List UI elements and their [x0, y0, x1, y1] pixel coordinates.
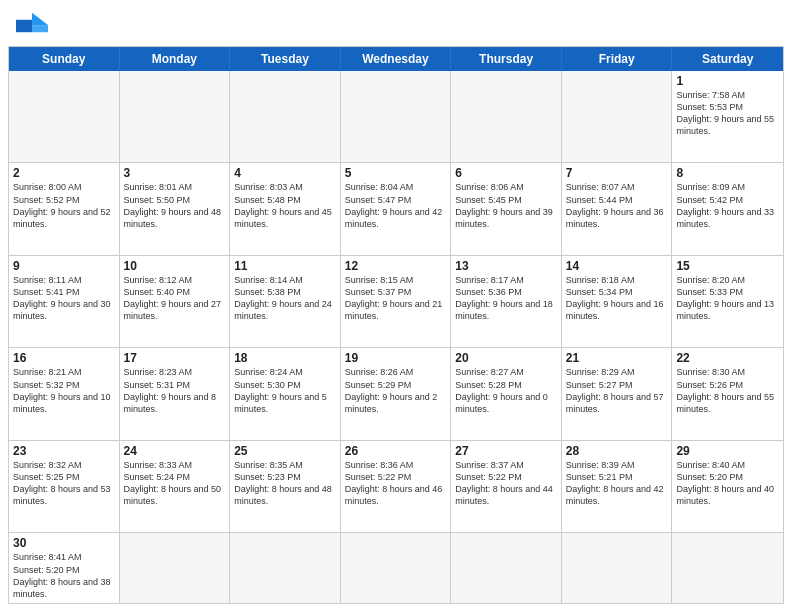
- day-info: Sunrise: 8:37 AM Sunset: 5:22 PM Dayligh…: [455, 459, 557, 508]
- calendar-week-3: 9Sunrise: 8:11 AM Sunset: 5:41 PM Daylig…: [9, 256, 783, 348]
- weekday-header-saturday: Saturday: [672, 47, 783, 71]
- calendar-cell: 14Sunrise: 8:18 AM Sunset: 5:34 PM Dayli…: [562, 256, 673, 347]
- day-number: 10: [124, 259, 226, 273]
- calendar-cell: 11Sunrise: 8:14 AM Sunset: 5:38 PM Dayli…: [230, 256, 341, 347]
- calendar-cell: 24Sunrise: 8:33 AM Sunset: 5:24 PM Dayli…: [120, 441, 231, 533]
- calendar-cell: 18Sunrise: 8:24 AM Sunset: 5:30 PM Dayli…: [230, 348, 341, 439]
- calendar-cell: [341, 71, 452, 162]
- day-info: Sunrise: 8:40 AM Sunset: 5:20 PM Dayligh…: [676, 459, 779, 508]
- calendar-cell: 22Sunrise: 8:30 AM Sunset: 5:26 PM Dayli…: [672, 348, 783, 439]
- day-number: 16: [13, 351, 115, 365]
- calendar-header: SundayMondayTuesdayWednesdayThursdayFrid…: [9, 47, 783, 71]
- day-info: Sunrise: 8:24 AM Sunset: 5:30 PM Dayligh…: [234, 366, 336, 415]
- calendar-week-2: 2Sunrise: 8:00 AM Sunset: 5:52 PM Daylig…: [9, 163, 783, 255]
- day-number: 4: [234, 166, 336, 180]
- day-number: 8: [676, 166, 779, 180]
- day-info: Sunrise: 8:35 AM Sunset: 5:23 PM Dayligh…: [234, 459, 336, 508]
- day-number: 22: [676, 351, 779, 365]
- day-number: 28: [566, 444, 668, 458]
- day-info: Sunrise: 8:15 AM Sunset: 5:37 PM Dayligh…: [345, 274, 447, 323]
- calendar-cell: 4Sunrise: 8:03 AM Sunset: 5:48 PM Daylig…: [230, 163, 341, 254]
- logo: [16, 12, 52, 40]
- calendar-week-5: 23Sunrise: 8:32 AM Sunset: 5:25 PM Dayli…: [9, 441, 783, 534]
- day-info: Sunrise: 8:01 AM Sunset: 5:50 PM Dayligh…: [124, 181, 226, 230]
- day-info: Sunrise: 8:06 AM Sunset: 5:45 PM Dayligh…: [455, 181, 557, 230]
- calendar-cell: [451, 71, 562, 162]
- svg-rect-2: [32, 25, 48, 32]
- calendar-cell: 20Sunrise: 8:27 AM Sunset: 5:28 PM Dayli…: [451, 348, 562, 439]
- calendar-cell: 7Sunrise: 8:07 AM Sunset: 5:44 PM Daylig…: [562, 163, 673, 254]
- calendar: SundayMondayTuesdayWednesdayThursdayFrid…: [8, 46, 784, 604]
- day-number: 27: [455, 444, 557, 458]
- calendar-cell: [120, 71, 231, 162]
- calendar-cell: 2Sunrise: 8:00 AM Sunset: 5:52 PM Daylig…: [9, 163, 120, 254]
- day-number: 13: [455, 259, 557, 273]
- calendar-cell: 1Sunrise: 7:58 AM Sunset: 5:53 PM Daylig…: [672, 71, 783, 162]
- day-info: Sunrise: 8:07 AM Sunset: 5:44 PM Dayligh…: [566, 181, 668, 230]
- calendar-week-4: 16Sunrise: 8:21 AM Sunset: 5:32 PM Dayli…: [9, 348, 783, 440]
- page: SundayMondayTuesdayWednesdayThursdayFrid…: [0, 0, 792, 612]
- day-number: 3: [124, 166, 226, 180]
- day-info: Sunrise: 8:26 AM Sunset: 5:29 PM Dayligh…: [345, 366, 447, 415]
- calendar-cell: [120, 533, 231, 603]
- day-number: 19: [345, 351, 447, 365]
- calendar-cell: 28Sunrise: 8:39 AM Sunset: 5:21 PM Dayli…: [562, 441, 673, 533]
- day-info: Sunrise: 8:33 AM Sunset: 5:24 PM Dayligh…: [124, 459, 226, 508]
- day-info: Sunrise: 8:14 AM Sunset: 5:38 PM Dayligh…: [234, 274, 336, 323]
- calendar-week-1: 1Sunrise: 7:58 AM Sunset: 5:53 PM Daylig…: [9, 71, 783, 163]
- day-number: 1: [676, 74, 779, 88]
- day-number: 23: [13, 444, 115, 458]
- day-number: 12: [345, 259, 447, 273]
- day-number: 20: [455, 351, 557, 365]
- calendar-cell: 15Sunrise: 8:20 AM Sunset: 5:33 PM Dayli…: [672, 256, 783, 347]
- day-info: Sunrise: 8:17 AM Sunset: 5:36 PM Dayligh…: [455, 274, 557, 323]
- day-number: 21: [566, 351, 668, 365]
- calendar-cell: [562, 71, 673, 162]
- day-info: Sunrise: 8:11 AM Sunset: 5:41 PM Dayligh…: [13, 274, 115, 323]
- calendar-cell: [451, 533, 562, 603]
- calendar-cell: 3Sunrise: 8:01 AM Sunset: 5:50 PM Daylig…: [120, 163, 231, 254]
- weekday-header-tuesday: Tuesday: [230, 47, 341, 71]
- day-info: Sunrise: 8:30 AM Sunset: 5:26 PM Dayligh…: [676, 366, 779, 415]
- calendar-cell: 13Sunrise: 8:17 AM Sunset: 5:36 PM Dayli…: [451, 256, 562, 347]
- day-info: Sunrise: 8:39 AM Sunset: 5:21 PM Dayligh…: [566, 459, 668, 508]
- day-info: Sunrise: 8:18 AM Sunset: 5:34 PM Dayligh…: [566, 274, 668, 323]
- calendar-cell: [9, 71, 120, 162]
- day-info: Sunrise: 8:12 AM Sunset: 5:40 PM Dayligh…: [124, 274, 226, 323]
- weekday-header-sunday: Sunday: [9, 47, 120, 71]
- weekday-header-wednesday: Wednesday: [341, 47, 452, 71]
- weekday-header-thursday: Thursday: [451, 47, 562, 71]
- day-info: Sunrise: 8:09 AM Sunset: 5:42 PM Dayligh…: [676, 181, 779, 230]
- calendar-body: 1Sunrise: 7:58 AM Sunset: 5:53 PM Daylig…: [9, 71, 783, 603]
- day-info: Sunrise: 8:21 AM Sunset: 5:32 PM Dayligh…: [13, 366, 115, 415]
- calendar-cell: 21Sunrise: 8:29 AM Sunset: 5:27 PM Dayli…: [562, 348, 673, 439]
- calendar-cell: [230, 71, 341, 162]
- calendar-cell: 6Sunrise: 8:06 AM Sunset: 5:45 PM Daylig…: [451, 163, 562, 254]
- logo-icon: [16, 12, 48, 40]
- day-info: Sunrise: 8:29 AM Sunset: 5:27 PM Dayligh…: [566, 366, 668, 415]
- day-number: 30: [13, 536, 115, 550]
- day-number: 5: [345, 166, 447, 180]
- day-number: 14: [566, 259, 668, 273]
- day-info: Sunrise: 8:41 AM Sunset: 5:20 PM Dayligh…: [13, 551, 115, 600]
- day-info: Sunrise: 8:03 AM Sunset: 5:48 PM Dayligh…: [234, 181, 336, 230]
- calendar-cell: 26Sunrise: 8:36 AM Sunset: 5:22 PM Dayli…: [341, 441, 452, 533]
- calendar-cell: 8Sunrise: 8:09 AM Sunset: 5:42 PM Daylig…: [672, 163, 783, 254]
- day-info: Sunrise: 8:32 AM Sunset: 5:25 PM Dayligh…: [13, 459, 115, 508]
- weekday-header-friday: Friday: [562, 47, 673, 71]
- day-number: 17: [124, 351, 226, 365]
- day-info: Sunrise: 8:20 AM Sunset: 5:33 PM Dayligh…: [676, 274, 779, 323]
- weekday-header-monday: Monday: [120, 47, 231, 71]
- day-number: 6: [455, 166, 557, 180]
- day-info: Sunrise: 8:36 AM Sunset: 5:22 PM Dayligh…: [345, 459, 447, 508]
- day-info: Sunrise: 8:00 AM Sunset: 5:52 PM Dayligh…: [13, 181, 115, 230]
- day-number: 7: [566, 166, 668, 180]
- day-number: 24: [124, 444, 226, 458]
- calendar-cell: 16Sunrise: 8:21 AM Sunset: 5:32 PM Dayli…: [9, 348, 120, 439]
- day-info: Sunrise: 8:04 AM Sunset: 5:47 PM Dayligh…: [345, 181, 447, 230]
- calendar-cell: 30Sunrise: 8:41 AM Sunset: 5:20 PM Dayli…: [9, 533, 120, 603]
- day-number: 15: [676, 259, 779, 273]
- day-number: 9: [13, 259, 115, 273]
- calendar-cell: 19Sunrise: 8:26 AM Sunset: 5:29 PM Dayli…: [341, 348, 452, 439]
- calendar-cell: 10Sunrise: 8:12 AM Sunset: 5:40 PM Dayli…: [120, 256, 231, 347]
